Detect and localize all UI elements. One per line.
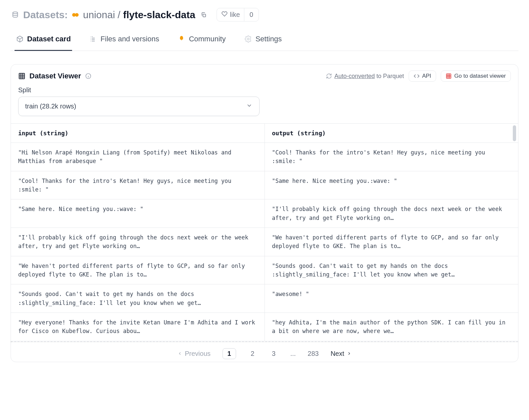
cube-icon [16,35,24,43]
gear-icon [244,35,252,43]
tab-label: Dataset card [27,35,71,43]
heart-icon [217,8,229,21]
api-label: API [422,73,431,79]
breadcrumb-name[interactable]: flyte-slack-data [123,9,195,21]
split-label: Split [18,86,511,94]
page-3[interactable]: 3 [269,350,278,357]
scrollbar[interactable] [513,125,516,141]
goto-viewer-button[interactable]: Go to dataset viewer [441,70,511,82]
cell-output: "hey Adhita, I'm the main author of the … [264,313,518,341]
code-icon [414,73,420,79]
svg-point-2 [75,13,79,17]
table-row[interactable]: "Hey everyone! Thanks for the invite Ket… [11,313,518,341]
next-button[interactable]: Next [331,350,351,357]
cell-input: "I'll probably kick off going through th… [11,228,264,256]
svg-point-4 [247,38,249,40]
table-row[interactable]: "I'll probably kick off going through th… [11,228,518,256]
like-count: 0 [244,8,259,21]
tab-label: Settings [256,35,282,43]
cell-input: "We haven't ported different parts of fl… [11,256,264,284]
table-row[interactable]: "Same here. Nice meeting you.:wave: ""I'… [11,199,518,228]
cell-output: "awesome! " [264,284,518,313]
table-row[interactable]: "Sounds good. Can't wait to get my hands… [11,284,518,313]
org-icon [71,11,80,19]
grid-red-icon [446,73,452,79]
community-icon [178,35,185,43]
tabs: Dataset card Files and versions Communit… [11,35,518,51]
split-value: train (28.2k rows) [25,103,76,110]
cell-output: "I'll probably kick off going through th… [264,199,518,228]
split-select[interactable]: train (28.2k rows) [18,97,260,116]
svg-rect-7 [446,74,451,78]
auto-converted-link[interactable]: Auto-converted [335,73,375,79]
breadcrumb-sep: / [118,9,120,21]
tab-files[interactable]: Files and versions [88,35,160,51]
cell-output: "We haven't ported different parts of fl… [264,228,518,256]
to-parquet: to Parquet [375,73,404,79]
info-icon[interactable] [85,73,92,79]
cell-input: "Sounds good. Can't wait to get my hands… [11,284,264,313]
chevron-down-icon [246,102,253,110]
cell-output: "Sounds good. Can't wait to get my hands… [264,256,518,284]
like-text: like [229,8,244,21]
cell-input: "Cool! Thanks for the intro's Ketan! Hey… [11,171,264,199]
tab-dataset-card[interactable]: Dataset card [15,35,72,51]
grid-icon [18,72,25,80]
page-ellipsis: ... [290,350,296,357]
goto-viewer-label: Go to dataset viewer [454,73,506,79]
cell-input: "Hi Nelson Arapé Hongxin Liang (from Spo… [11,143,264,171]
viewer-title: Dataset Viewer [29,72,81,80]
prev-label: Previous [185,350,211,357]
column-header-output[interactable]: output (string) [264,124,518,143]
data-table: input (string) output (string) "Hi Nelso… [11,123,518,341]
breadcrumb-org[interactable]: unionai [83,9,115,21]
database-icon [11,10,20,20]
breadcrumb: Datasets: unionai / flyte-slack-data lik… [11,8,518,21]
copy-icon[interactable] [200,11,207,19]
pagination: Previous 1 2 3 ... 283 Next [11,342,518,362]
tab-community[interactable]: Community [176,35,227,51]
page-2[interactable]: 2 [248,350,257,357]
table-row[interactable]: "Hi Nelson Arapé Hongxin Liang (from Spo… [11,143,518,171]
svg-rect-3 [203,14,205,17]
like-button[interactable]: like 0 [217,8,259,21]
cell-output: "Cool! Thanks for the intro's Ketan! Hey… [264,143,518,171]
table-row[interactable]: "Cool! Thanks for the intro's Ketan! Hey… [11,171,518,199]
svg-point-0 [13,12,18,14]
files-icon [89,35,97,43]
breadcrumb-label: Datasets: [23,9,68,21]
column-header-input[interactable]: input (string) [11,124,264,143]
cell-input: "Same here. Nice meeting you.:wave: " [11,199,264,228]
next-label: Next [331,350,344,357]
page-last[interactable]: 283 [308,350,319,357]
auto-converted: Auto-converted to Parquet [326,73,404,80]
svg-rect-5 [19,73,25,79]
table-row[interactable]: "We haven't ported different parts of fl… [11,256,518,284]
dataset-viewer-card: Dataset Viewer Auto-converted to Parquet [11,64,518,362]
tab-label: Community [189,35,225,43]
tab-label: Files and versions [101,35,159,43]
table-divider [11,341,518,342]
api-button[interactable]: API [409,70,436,82]
page-1[interactable]: 1 [223,348,236,359]
cell-output: "Same here. Nice meeting you.:wave: " [264,171,518,199]
cell-input: "Hey everyone! Thanks for the invite Ket… [11,313,264,341]
prev-button[interactable]: Previous [178,350,211,357]
tab-settings[interactable]: Settings [243,35,283,51]
